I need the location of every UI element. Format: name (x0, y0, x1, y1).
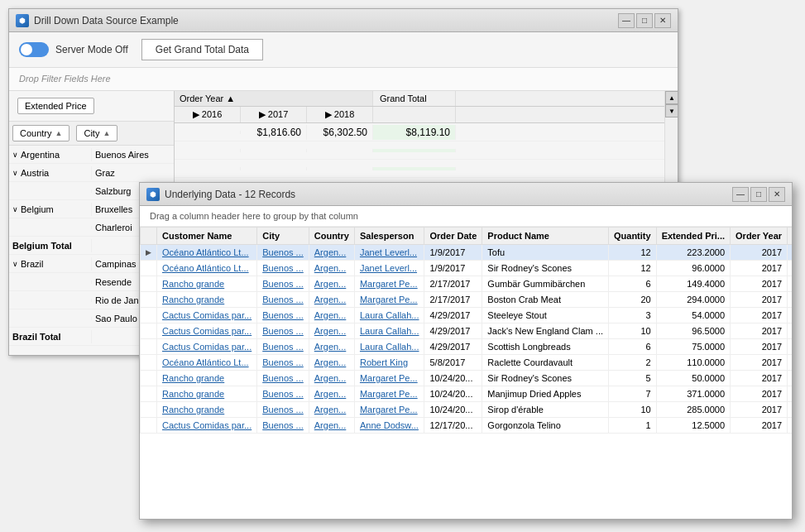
popup-subtitle: Drag a column header here to group by th… (140, 206, 792, 227)
city-sort-icon: ▲ (103, 129, 110, 137)
cell-order-month: 10 (788, 371, 792, 386)
cell-city: Buenos ... (257, 308, 309, 324)
cell-order-date: 2/17/2017 (424, 276, 482, 292)
cell-order-year: 2017 (731, 402, 788, 418)
order-year-header[interactable]: Order Year ▲ (175, 91, 373, 106)
country-cell: ∨ Argentina (9, 148, 92, 161)
country-value: Brazil (21, 259, 44, 269)
cell-order-year: 2017 (731, 324, 788, 339)
cell-salesperson: Margaret Pe... (354, 292, 424, 308)
cell-order-year: 2017 (731, 355, 788, 371)
col-order-month[interactable]: Order Month (788, 228, 792, 245)
maximize-button[interactable]: □ (636, 13, 653, 28)
popup-title: Underlying Data - 12 Records (165, 189, 295, 200)
cell-product: Jack's New England Clam ... (482, 324, 609, 339)
expand-icon[interactable]: ∨ (12, 151, 18, 159)
popup-maximize-button[interactable]: □ (750, 187, 767, 202)
expand-icon[interactable]: ∨ (12, 169, 18, 177)
cell-order-year: 2017 (731, 371, 788, 386)
country-cell (9, 280, 92, 284)
col-country[interactable]: Country (309, 228, 354, 245)
row-indicator (141, 324, 157, 339)
cell-order-date: 5/8/2017 (424, 355, 482, 371)
table-row: ∨ Argentina Buenos Aires (9, 146, 174, 164)
country-cell: Brazil Total (9, 330, 92, 343)
extended-price-label: Extended Price (25, 101, 87, 111)
scrollbar-down-button[interactable]: ▼ (665, 104, 678, 117)
cell-order-year: 2017 (731, 292, 788, 308)
scrollbar-up-button[interactable]: ▲ (665, 91, 678, 104)
main-title-bar: ⬢ Drill Down Data Source Example — □ ✕ (9, 9, 678, 32)
server-mode-toggle[interactable] (19, 42, 49, 57)
popup-close-button[interactable]: ✕ (769, 187, 785, 202)
cell-ext-price: 223.2000 (656, 245, 730, 261)
cell-salesperson: Laura Callah... (354, 308, 424, 324)
table-row: $1,816.60 $6,302.50 $8,119.10 (175, 123, 664, 141)
cell-salesperson: Janet Leverl... (354, 261, 424, 276)
popup-minimize-button[interactable]: — (732, 187, 749, 202)
col-product-name[interactable]: Product Name (482, 228, 609, 245)
cell-order-date: 4/29/2017 (424, 324, 482, 339)
cell-customer: Cactus Comidas par... (157, 324, 257, 339)
main-window-title: Drill Down Data Source Example (34, 15, 179, 26)
cell-country: Argen... (309, 261, 354, 276)
expand-icon[interactable]: ∨ (12, 260, 18, 268)
close-button[interactable]: ✕ (654, 13, 671, 28)
cell-product: Boston Crab Meat (482, 292, 609, 308)
val-2017 (241, 167, 307, 170)
extended-price-field-box[interactable]: Extended Price (17, 98, 94, 114)
cell-order-date: 1/9/2017 (424, 245, 482, 261)
table-row: Rancho grande Buenos ... Argen... Margar… (141, 276, 793, 292)
val-2018 (307, 167, 373, 170)
table-row: Rancho grande Buenos ... Argen... Margar… (141, 402, 793, 418)
country-cell (9, 317, 92, 320)
filter-drop-area[interactable]: Drop Filter Fields Here (9, 68, 678, 91)
cell-order-month: 12 (788, 418, 792, 434)
cell-salesperson: Margaret Pe... (354, 276, 424, 292)
cell-city: Buenos ... (257, 276, 309, 292)
cell-country: Argen... (309, 292, 354, 308)
row-indicator (141, 355, 157, 371)
cell-quantity: 2 (609, 355, 657, 371)
val-grand-argentina: $8,119.10 (373, 125, 456, 140)
cell-product: Steeleye Stout (482, 308, 609, 324)
country-field-box[interactable]: Country ▲ (12, 125, 69, 141)
col-extended-price[interactable]: Extended Pri... (656, 228, 730, 245)
year-2017-header[interactable]: ▶ 2017 (241, 107, 307, 122)
col-salesperson[interactable]: Salesperson (354, 228, 424, 245)
row-indicator (141, 292, 157, 308)
cell-salesperson: Janet Leverl... (354, 245, 424, 261)
minimize-button[interactable]: — (618, 13, 635, 28)
cell-order-date: 4/29/2017 (424, 339, 482, 355)
order-year-label: Order Year ▲ (180, 93, 235, 103)
popup-table-container[interactable]: Customer Name City Country Salesperson O… (140, 227, 792, 519)
col-order-date[interactable]: Order Date (424, 228, 482, 245)
cell-order-month: 1 (788, 245, 792, 261)
city-field-box[interactable]: City ▲ (76, 125, 117, 141)
expand-icon[interactable]: ∨ (12, 205, 18, 213)
col-order-year[interactable]: Order Year (731, 228, 788, 245)
table-row: Cactus Comidas par... Buenos ... Argen..… (141, 308, 793, 324)
grand-total-button[interactable]: Get Grand Total Data (141, 39, 263, 60)
cell-product: Sir Rodney's Scones (482, 261, 609, 276)
year-2018-header[interactable]: ▶ 2018 (307, 107, 373, 122)
cell-order-month: 1 (788, 261, 792, 276)
year-2016-header[interactable]: ▶ 2016 (175, 107, 241, 122)
cell-quantity: 10 (609, 402, 657, 418)
val-2017-argentina: $1,816.60 (241, 125, 307, 140)
cell-ext-price: 96.0000 (656, 261, 730, 276)
cell-ext-price: 371.0000 (656, 386, 730, 402)
cell-salesperson: Margaret Pe... (354, 386, 424, 402)
cell-city: Buenos ... (257, 324, 309, 339)
col-quantity[interactable]: Quantity (609, 228, 657, 245)
col-customer-name[interactable]: Customer Name (157, 228, 257, 245)
col-city[interactable]: City (257, 228, 309, 245)
table-row (175, 141, 664, 160)
cell-customer: Rancho grande (157, 292, 257, 308)
cell-quantity: 12 (609, 245, 657, 261)
cell-salesperson: Margaret Pe... (354, 402, 424, 418)
cell-country: Argen... (309, 308, 354, 324)
toggle-knob (21, 44, 32, 55)
cell-quantity: 12 (609, 261, 657, 276)
country-sort-icon: ▲ (55, 129, 63, 137)
